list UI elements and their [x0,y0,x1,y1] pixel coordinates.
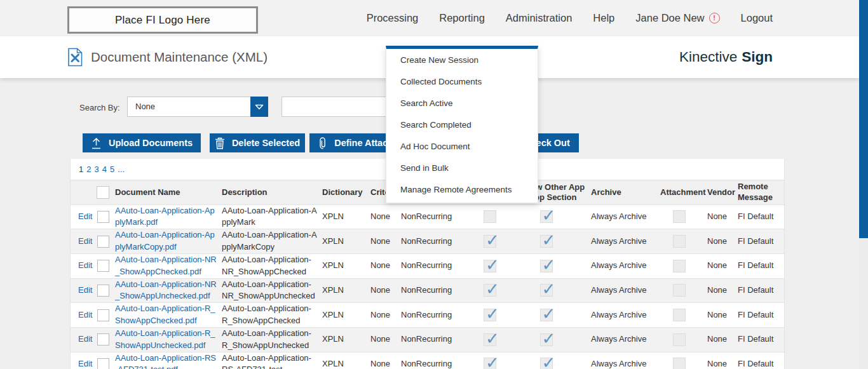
edit-cell: Edit [71,253,93,278]
show-other-app-checkbox[interactable] [540,333,553,346]
delete-selected-button[interactable]: Delete Selected [210,133,305,152]
remote-message-cell: FI Default [733,327,784,352]
attachment-checkbox[interactable] [673,358,686,369]
pagination-more-link[interactable]: ... [118,164,125,174]
archive-cell: Always Archive [588,303,655,328]
edit-link[interactable]: Edit [78,359,92,368]
menu-item-send-in-bulk[interactable]: Send in Bulk [386,157,538,178]
attachment-checkbox[interactable] [673,260,686,272]
show-other-app-checkbox[interactable] [540,284,553,297]
header-archive[interactable]: Archive [588,180,655,205]
show-app-checkbox[interactable] [484,210,496,223]
show-app-checkbox[interactable] [484,235,496,248]
edit-link[interactable]: Edit [78,310,92,319]
row-checkbox[interactable] [97,260,109,272]
menu-item-search-completed[interactable]: Search Completed [386,114,538,135]
menu-item-create-new-session[interactable]: Create New Session [386,49,538,70]
nav-item-logout[interactable]: Logout [741,12,773,24]
show-app-checkbox[interactable] [484,333,496,346]
pagination-page-link[interactable]: 3 [94,164,98,174]
header-description[interactable]: Description [219,180,320,205]
header-document-name[interactable]: Document Name [112,180,219,205]
show-app-checkbox[interactable] [484,358,496,369]
pagination-page-current[interactable]: 1 [79,164,83,174]
document-name-link[interactable]: AAuto-Loan-Application-RS-AFD731-test.pd… [115,352,217,369]
remote-message-cell: FI Default [733,253,784,278]
document-name-link[interactable]: AAuto-Loan-Application-R_ShowAppChecked.… [115,303,217,327]
upload-documents-button[interactable]: Upload Documents [83,133,201,152]
edit-link[interactable]: Edit [78,285,92,295]
nav-item-help[interactable]: Help [593,12,614,24]
table-row: Edit AAuto-Loan-Application-NR_ShowAppCh… [71,253,784,278]
attachment-checkbox[interactable] [673,309,686,321]
menu-item-search-active[interactable]: Search Active [386,92,538,114]
edit-link[interactable]: Edit [78,334,92,344]
document-name-link[interactable]: AAuto-Loan-Application-NR_ShowAppUncheck… [115,279,217,303]
criteria-cell: None [365,278,396,303]
attachment-checkbox[interactable] [673,235,686,248]
select-cell [93,229,112,254]
header-remote-message[interactable]: Remote Message [733,180,784,205]
document-name-link[interactable]: AAuto-Loan-Application-NR_ShowAppChecked… [115,254,217,278]
scrollbar-thumb[interactable] [859,0,868,238]
show-other-app-checkbox[interactable] [540,210,553,223]
row-checkbox[interactable] [97,285,109,297]
alert-exclamation-icon[interactable]: ! [709,13,720,23]
search-by-label: Search By: [79,103,120,112]
dictionary-cell: XPLN [320,352,365,369]
show-other-app-cell [504,205,588,229]
show-other-app-checkbox[interactable] [540,235,553,248]
header-edit [71,180,93,205]
row-checkbox[interactable] [97,333,109,346]
header-dictionary[interactable]: Dictionary [320,180,365,205]
show-app-checkbox[interactable] [484,284,496,297]
show-app-checkbox[interactable] [484,260,496,272]
select-cell [93,253,112,278]
select-all-checkbox[interactable] [97,186,109,199]
show-other-app-checkbox[interactable] [540,309,553,321]
page-title: Document Maintenance (XML) [91,50,268,65]
pagination-page-link[interactable]: 4 [102,164,107,174]
menu-item-manage-remote-agreements[interactable]: Manage Remote Agreements [386,178,538,200]
description-cell: AAuto-Loan-Application-NR_ShowAppChecked [219,253,320,278]
edit-link[interactable]: Edit [78,211,92,221]
page-scrollbar-track[interactable] [859,0,868,369]
search-by-select[interactable]: None [127,97,268,117]
row-checkbox[interactable] [97,236,109,248]
select-dropdown-button[interactable] [250,97,268,117]
row-checkbox[interactable] [97,211,109,223]
attachment-checkbox[interactable] [673,284,686,297]
header-vendor[interactable]: Vendor [703,180,733,205]
table-row: Edit AAuto-Loan-Application-R_ShowAppUnc… [71,327,784,352]
remote-message-cell: FI Default [733,229,784,254]
nav-item-administration[interactable]: Administration [506,12,573,24]
pagination-page-link[interactable]: 5 [110,164,114,174]
attachment-checkbox[interactable] [673,333,686,346]
document-name-link[interactable]: AAuto-Loan-Application-ApplyMark.pdf [115,205,217,229]
upload-icon [91,137,102,149]
show-app-checkbox[interactable] [484,309,496,321]
show-other-app-checkbox[interactable] [540,358,553,369]
paperclip-icon [319,137,327,149]
brand-name: Kinective [679,49,737,65]
show-other-app-cell [504,278,588,303]
show-other-app-cell [504,352,588,369]
row-checkbox[interactable] [97,309,109,321]
row-checkbox[interactable] [97,358,109,369]
document-name-link[interactable]: AAuto-Loan-Application-R_ShowAppUnchecke… [115,328,217,352]
attachment-checkbox[interactable] [673,210,686,223]
menu-item-ad-hoc-document[interactable]: Ad Hoc Document [386,135,538,157]
vendor-cell: None [703,229,733,254]
description-cell: AAuto-Loan-Application-R_ShowAppChecked [219,303,320,328]
pagination-page-link[interactable]: 2 [86,164,91,174]
header-attachment[interactable]: Attachment [655,180,703,205]
show-other-app-checkbox[interactable] [540,260,553,272]
show-app-cell [476,253,504,278]
menu-item-collected-documents[interactable]: Collected Documents [386,70,538,92]
edit-link[interactable]: Edit [78,236,92,246]
nav-item-user[interactable]: Jane Doe New ! [635,12,719,24]
edit-link[interactable]: Edit [78,260,92,270]
nav-item-processing[interactable]: Processing [367,12,419,24]
document-name-link[interactable]: AAuto-Loan-Application-ApplyMarkCopy.pdf [115,229,217,253]
nav-item-reporting[interactable]: Reporting [439,12,485,24]
